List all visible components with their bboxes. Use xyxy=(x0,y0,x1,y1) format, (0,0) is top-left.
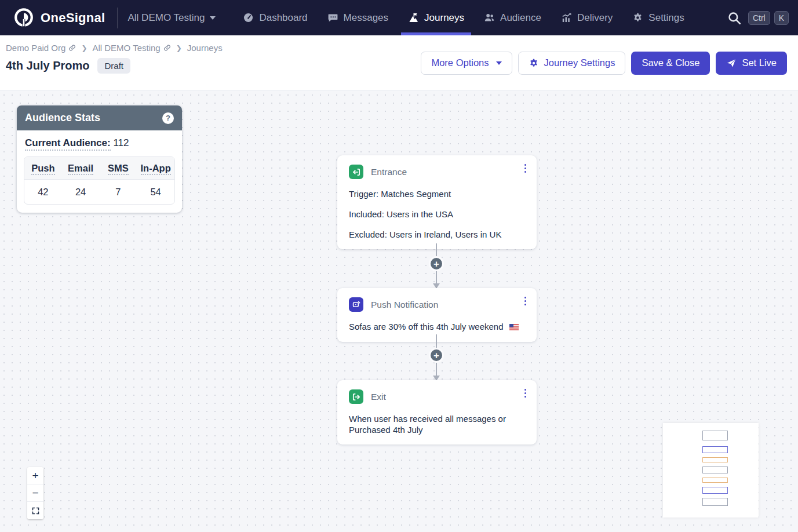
node-title: Exit xyxy=(371,392,386,402)
audience-stats-title: Audience Stats xyxy=(25,112,100,124)
value-push: 42 xyxy=(24,180,62,204)
node-detail-line: Included: Users in the USA xyxy=(349,209,525,220)
push-notification-icon xyxy=(349,297,363,312)
node-detail-line: Sofas are 30% off this 4th July weekend xyxy=(349,321,525,333)
minimap-node-rect xyxy=(702,467,728,473)
nav-item-dashboard[interactable]: Dashboard xyxy=(233,0,317,35)
page-title: 4th July Promo xyxy=(6,59,89,72)
status-badge: Draft xyxy=(97,58,130,74)
zoom-controls: + − xyxy=(27,467,43,519)
nav-item-delivery[interactable]: Delivery xyxy=(551,0,622,35)
exit-node[interactable]: Exit When user has received all messages… xyxy=(337,380,537,444)
audience-stats-body: Current Audience: 112 Push Email SMS In-… xyxy=(17,130,182,213)
brand-name: OneSignal xyxy=(41,10,105,25)
top-navbar: OneSignal All DEMO Testing Dashboard Mes… xyxy=(0,0,798,35)
value-inapp: 54 xyxy=(137,180,174,204)
breadcrumb-org-link[interactable]: Demo Paid Org xyxy=(6,43,76,53)
more-options-button[interactable]: More Options xyxy=(421,52,512,75)
search-button[interactable] xyxy=(724,8,744,28)
minimap-node-rect xyxy=(702,487,728,494)
kebab-menu-icon[interactable] xyxy=(522,294,529,308)
node-detail-line: Excluded: Users in Ireland, Users in UK xyxy=(349,229,525,240)
onesignal-logo-icon xyxy=(13,7,35,29)
kbd-ctrl: Ctrl xyxy=(748,11,770,25)
audience-people-icon xyxy=(484,12,495,23)
minimap-node-rect xyxy=(702,498,728,506)
value-sms: 7 xyxy=(100,180,137,204)
nav-items: Dashboard Messages Journeys A xyxy=(233,0,694,35)
node-header: Exit xyxy=(349,389,525,404)
node-detail-line: When user has received all messages or P… xyxy=(349,413,525,435)
channel-stats-table: Push Email SMS In-App 42 24 7 54 xyxy=(24,156,175,205)
connector-line: + xyxy=(436,334,437,380)
node-title: Entrance xyxy=(371,167,407,177)
nav-label: Dashboard xyxy=(259,12,307,24)
connector-line: + xyxy=(436,243,437,288)
column-header-email[interactable]: Email xyxy=(62,157,100,179)
column-header-sms[interactable]: SMS xyxy=(100,157,137,179)
minimap[interactable] xyxy=(663,423,759,518)
journey-canvas[interactable]: Audience Stats ? Current Audience: 112 P… xyxy=(0,91,798,532)
current-audience-value: 112 xyxy=(113,137,129,148)
app-selector-label: All DEMO Testing xyxy=(128,12,205,24)
save-close-button[interactable]: Save & Close xyxy=(631,52,710,75)
value-email: 24 xyxy=(62,180,100,204)
nav-label: Journeys xyxy=(424,12,464,24)
dashboard-gauge-icon xyxy=(243,12,254,23)
push-notification-node[interactable]: Push Notification Sofas are 30% off this… xyxy=(337,288,537,342)
button-label: Set Live xyxy=(742,57,777,68)
chevron-down-icon xyxy=(210,16,216,20)
node-header: Push Notification xyxy=(349,297,525,312)
journeys-mountain-flag-icon xyxy=(408,12,419,23)
page-header: Demo Paid Org ❯ All DEMO Testing ❯ Journ… xyxy=(0,35,798,91)
fit-view-button[interactable] xyxy=(27,502,43,519)
entrance-node[interactable]: Entrance Trigger: Matches Segment Includ… xyxy=(337,155,537,249)
node-detail-line: Trigger: Matches Segment xyxy=(349,188,525,199)
current-audience: Current Audience: 112 xyxy=(24,137,175,149)
nav-label: Settings xyxy=(648,12,684,24)
help-icon[interactable]: ? xyxy=(162,112,174,124)
button-label: More Options xyxy=(431,57,489,68)
nav-item-messages[interactable]: Messages xyxy=(318,0,398,35)
nav-item-audience[interactable]: Audience xyxy=(474,0,551,35)
audience-stats-header: Audience Stats ? xyxy=(17,105,182,130)
breadcrumb-separator: ❯ xyxy=(176,44,182,52)
button-label: Journey Settings xyxy=(544,57,615,68)
channel-stats-values-row: 42 24 7 54 xyxy=(24,180,174,204)
journey-settings-button[interactable]: Journey Settings xyxy=(518,52,626,75)
fullscreen-icon xyxy=(31,507,40,515)
minimap-node-rect xyxy=(702,478,728,483)
kebab-menu-icon[interactable] xyxy=(522,387,529,400)
paper-plane-icon xyxy=(726,58,737,68)
node-title: Push Notification xyxy=(371,300,438,310)
search-icon xyxy=(727,10,742,25)
add-step-button[interactable]: + xyxy=(429,256,444,271)
nav-item-journeys[interactable]: Journeys xyxy=(398,0,474,35)
current-audience-label[interactable]: Current Audience: xyxy=(25,137,111,151)
breadcrumb-app-link[interactable]: All DEMO Testing xyxy=(92,43,170,53)
page-header-left: Demo Paid Org ❯ All DEMO Testing ❯ Journ… xyxy=(6,35,223,90)
nav-item-settings[interactable]: Settings xyxy=(622,0,694,35)
add-step-button[interactable]: + xyxy=(429,348,444,363)
breadcrumb-journeys-link[interactable]: Journeys xyxy=(187,43,223,53)
minimap-node-rect xyxy=(702,457,728,462)
breadcrumb-label: Demo Paid Org xyxy=(6,43,65,53)
channel-stats-header-row: Push Email SMS In-App xyxy=(24,157,174,180)
page-header-actions: More Options Journey Settings Save & Clo… xyxy=(421,35,787,90)
minimap-node-rect xyxy=(702,431,728,440)
minimap-node-rect xyxy=(702,446,728,453)
entrance-icon xyxy=(349,165,363,179)
node-header: Entrance xyxy=(349,165,525,179)
gear-icon xyxy=(529,58,539,68)
zoom-out-button[interactable]: − xyxy=(27,484,43,502)
breadcrumb-label: Journeys xyxy=(187,43,223,53)
zoom-in-button[interactable]: + xyxy=(27,467,43,484)
app-selector-dropdown[interactable]: All DEMO Testing xyxy=(120,0,224,35)
exit-icon xyxy=(349,389,363,404)
kebab-menu-icon[interactable] xyxy=(522,162,529,175)
column-header-inapp[interactable]: In-App xyxy=(137,157,174,179)
column-header-push[interactable]: Push xyxy=(24,157,62,179)
button-label: Save & Close xyxy=(642,57,699,68)
set-live-button[interactable]: Set Live xyxy=(716,52,787,75)
nav-label: Audience xyxy=(500,12,541,24)
